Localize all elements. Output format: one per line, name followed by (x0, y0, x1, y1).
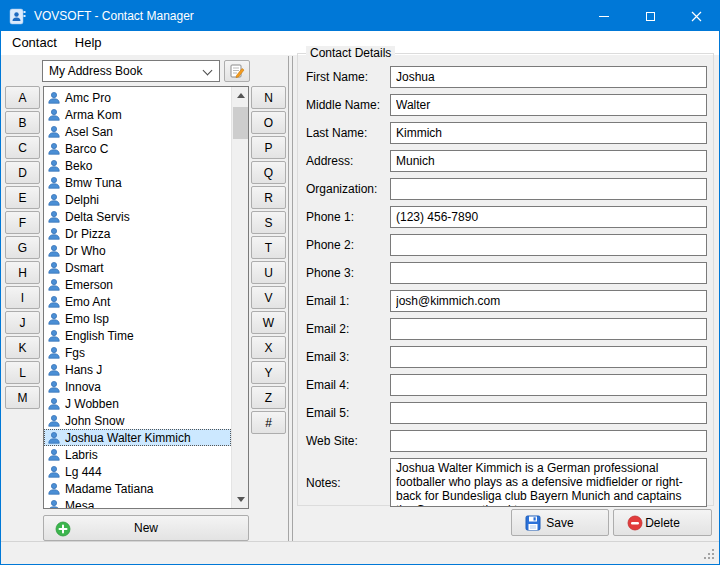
contact-list-item[interactable]: Delphi (44, 191, 231, 208)
alphabet-button[interactable]: H (5, 261, 40, 284)
contact-list-item[interactable]: Fgs (44, 344, 231, 361)
alphabet-button[interactable]: # (251, 411, 286, 434)
alphabet-button[interactable]: E (5, 186, 40, 209)
contact-name: Bmw Tuna (65, 176, 122, 190)
alphabet-button[interactable]: M (5, 386, 40, 409)
scroll-up-button[interactable] (232, 87, 249, 104)
alphabet-button[interactable]: L (5, 361, 40, 384)
alphabet-button[interactable]: F (5, 211, 40, 234)
contact-list-item[interactable]: Dsmart (44, 259, 231, 276)
panel-splitter[interactable] (288, 56, 293, 541)
save-button[interactable]: Save (511, 509, 609, 536)
contact-list-item[interactable]: Beko (44, 157, 231, 174)
contact-list-item[interactable]: John Snow (44, 412, 231, 429)
alphabet-button[interactable]: K (5, 336, 40, 359)
contact-list-item[interactable]: Lg 444 (44, 463, 231, 480)
contact-name: Asel San (65, 125, 113, 139)
minimize-button[interactable] (581, 1, 627, 31)
alphabet-button[interactable]: Z (251, 386, 286, 409)
contact-list-item[interactable]: Amc Pro (44, 89, 231, 106)
alphabet-button[interactable]: Y (251, 361, 286, 384)
contact-list-item[interactable]: Asel San (44, 123, 231, 140)
contact-name: Innova (65, 380, 101, 394)
field-input[interactable] (390, 94, 707, 116)
field-input[interactable] (390, 178, 707, 200)
alphabet-button[interactable]: R (251, 186, 286, 209)
alphabet-button[interactable]: T (251, 236, 286, 259)
field-input[interactable] (390, 262, 707, 284)
alphabet-button[interactable]: V (251, 286, 286, 309)
alphabet-button[interactable]: S (251, 211, 286, 234)
field-input[interactable] (390, 430, 707, 452)
alphabet-button[interactable]: N (251, 86, 286, 109)
contact-list-item[interactable]: Dr Pizza (44, 225, 231, 242)
contact-list-item[interactable]: Bmw Tuna (44, 174, 231, 191)
notes-input[interactable] (390, 458, 707, 507)
field-input[interactable] (390, 66, 707, 88)
edit-address-book-button[interactable] (224, 60, 250, 82)
titlebar: VOVSOFT - Contact Manager (1, 1, 719, 31)
contact-list-item[interactable]: Barco C (44, 140, 231, 157)
field-input[interactable] (390, 290, 707, 312)
contact-list-item[interactable]: Labris (44, 446, 231, 463)
contact-list-item[interactable]: Innova (44, 378, 231, 395)
contact-list-item[interactable]: English Time (44, 327, 231, 344)
field-input[interactable] (390, 122, 707, 144)
field-label: First Name: (306, 70, 390, 84)
maximize-icon (646, 12, 655, 21)
alphabet-button[interactable]: Q (251, 161, 286, 184)
field-input[interactable] (390, 402, 707, 424)
delete-button-label: Delete (645, 516, 680, 530)
maximize-button[interactable] (627, 1, 673, 31)
person-icon (47, 499, 61, 509)
contact-list-item[interactable]: Joshua Walter Kimmich (44, 429, 231, 446)
field-input[interactable] (390, 206, 707, 228)
address-book-dropdown[interactable]: My Address Book (42, 60, 220, 82)
alphabet-button[interactable]: C (5, 136, 40, 159)
person-icon (47, 142, 61, 156)
alphabet-button[interactable]: P (251, 136, 286, 159)
field-input[interactable] (390, 346, 707, 368)
contact-list[interactable]: Amc Pro Arma Kom Asel San (43, 86, 249, 509)
field-label: Last Name: (306, 126, 390, 140)
contact-list-item[interactable]: Emo Ant (44, 293, 231, 310)
new-contact-button[interactable]: New (43, 515, 249, 541)
alphabet-button[interactable]: D (5, 161, 40, 184)
contact-list-item[interactable]: Madame Tatiana (44, 480, 231, 497)
alphabet-button[interactable]: B (5, 111, 40, 134)
contact-list-item[interactable]: Hans J (44, 361, 231, 378)
contact-list-item[interactable]: Dr Who (44, 242, 231, 259)
alphabet-column-right: N O P Q R S T U V W X Y Z # (251, 86, 286, 434)
contact-list-item[interactable]: Arma Kom (44, 106, 231, 123)
field-input[interactable] (390, 374, 707, 396)
alphabet-button[interactable]: X (251, 336, 286, 359)
alphabet-button[interactable]: G (5, 236, 40, 259)
field-input[interactable] (390, 150, 707, 172)
contact-list-item[interactable]: Mesa (44, 497, 231, 508)
alphabet-button[interactable]: W (251, 311, 286, 334)
close-button[interactable] (673, 1, 719, 31)
contact-list-item[interactable]: J Wobben (44, 395, 231, 412)
scroll-down-button[interactable] (232, 491, 249, 508)
contact-list-item[interactable]: Emo Isp (44, 310, 231, 327)
menu-item[interactable]: Contact (3, 31, 66, 55)
resize-grip-icon[interactable] (712, 557, 714, 559)
alphabet-button[interactable]: U (251, 261, 286, 284)
contact-list-item[interactable]: Emerson (44, 276, 231, 293)
contact-name: Dr Pizza (65, 227, 110, 241)
alphabet-button[interactable]: O (251, 111, 286, 134)
alphabet-button[interactable]: A (5, 86, 40, 109)
person-icon (47, 210, 61, 224)
alphabet-button[interactable]: J (5, 311, 40, 334)
field-label: Phone 2: (306, 238, 390, 252)
field-input[interactable] (390, 234, 707, 256)
alphabet-button[interactable]: I (5, 286, 40, 309)
person-icon (47, 125, 61, 139)
list-scrollbar[interactable] (231, 87, 248, 508)
scrollbar-thumb[interactable] (233, 107, 248, 139)
contact-list-item[interactable]: Delta Servis (44, 208, 231, 225)
person-icon (47, 108, 61, 122)
delete-button[interactable]: Delete (613, 509, 712, 536)
menu-item[interactable]: Help (66, 31, 111, 55)
field-input[interactable] (390, 318, 707, 340)
